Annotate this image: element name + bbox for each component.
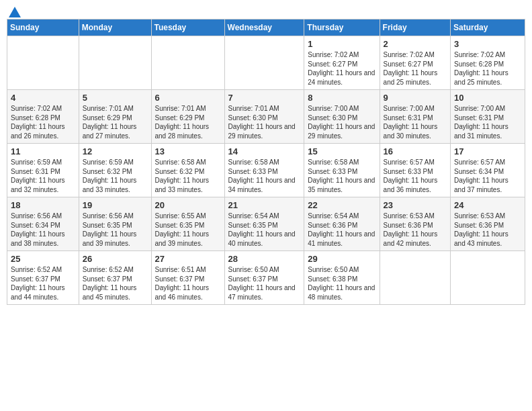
calendar-cell: 24Sunrise: 6:53 AMSunset: 6:36 PMDayligh… — [451, 197, 525, 251]
weekday-header-monday: Monday — [79, 19, 151, 36]
day-info: Sunrise: 6:57 AMSunset: 6:33 PMDaylight:… — [384, 158, 447, 194]
day-info: Sunrise: 6:59 AMSunset: 6:32 PMDaylight:… — [83, 158, 148, 194]
calendar-cell — [380, 251, 450, 305]
weekday-header-friday: Friday — [380, 19, 450, 36]
weekday-header-saturday: Saturday — [451, 19, 525, 36]
day-info: Sunrise: 7:00 AMSunset: 6:30 PMDaylight:… — [308, 104, 375, 140]
page-header — [7, 7, 525, 15]
day-number: 12 — [83, 146, 148, 156]
day-number: 20 — [155, 200, 221, 210]
calendar-cell: 19Sunrise: 6:56 AMSunset: 6:35 PMDayligh… — [79, 197, 151, 251]
calendar-cell — [79, 36, 151, 90]
calendar-cell — [451, 251, 525, 305]
weekday-header-sunday: Sunday — [7, 19, 79, 36]
calendar-cell: 11Sunrise: 6:59 AMSunset: 6:31 PMDayligh… — [7, 144, 79, 197]
calendar-week-1: 1Sunrise: 7:02 AMSunset: 6:27 PMDaylight… — [7, 36, 525, 90]
day-info: Sunrise: 7:02 AMSunset: 6:27 PMDaylight:… — [384, 50, 447, 87]
day-number: 4 — [11, 93, 75, 103]
calendar-cell: 28Sunrise: 6:50 AMSunset: 6:37 PMDayligh… — [224, 251, 304, 305]
calendar-cell: 27Sunrise: 6:51 AMSunset: 6:37 PMDayligh… — [151, 251, 224, 305]
day-number: 25 — [11, 254, 75, 264]
day-info: Sunrise: 6:56 AMSunset: 6:35 PMDaylight:… — [83, 212, 148, 248]
day-number: 9 — [384, 93, 447, 103]
day-number: 2 — [384, 39, 447, 49]
calendar-cell: 2Sunrise: 7:02 AMSunset: 6:27 PMDaylight… — [380, 36, 450, 90]
day-number: 22 — [308, 200, 375, 210]
day-info: Sunrise: 7:02 AMSunset: 6:28 PMDaylight:… — [11, 104, 75, 140]
day-info: Sunrise: 6:55 AMSunset: 6:35 PMDaylight:… — [155, 212, 221, 248]
calendar-cell: 1Sunrise: 7:02 AMSunset: 6:27 PMDaylight… — [304, 36, 380, 90]
day-info: Sunrise: 6:58 AMSunset: 6:33 PMDaylight:… — [308, 158, 375, 194]
day-number: 17 — [454, 146, 521, 156]
day-number: 13 — [155, 146, 221, 156]
weekday-header-tuesday: Tuesday — [151, 19, 224, 36]
day-info: Sunrise: 6:58 AMSunset: 6:33 PMDaylight:… — [228, 158, 301, 194]
day-info: Sunrise: 6:50 AMSunset: 6:38 PMDaylight:… — [308, 265, 375, 302]
calendar-cell: 9Sunrise: 7:00 AMSunset: 6:31 PMDaylight… — [380, 90, 450, 144]
calendar-week-5: 25Sunrise: 6:52 AMSunset: 6:37 PMDayligh… — [7, 251, 525, 305]
day-number: 28 — [228, 254, 301, 264]
day-info: Sunrise: 6:50 AMSunset: 6:37 PMDaylight:… — [228, 265, 301, 302]
day-number: 8 — [308, 93, 375, 103]
day-info: Sunrise: 6:56 AMSunset: 6:34 PMDaylight:… — [11, 212, 75, 248]
day-info: Sunrise: 6:54 AMSunset: 6:35 PMDaylight:… — [228, 212, 301, 248]
day-number: 18 — [11, 200, 75, 210]
day-info: Sunrise: 6:58 AMSunset: 6:32 PMDaylight:… — [155, 158, 221, 194]
calendar-cell: 29Sunrise: 6:50 AMSunset: 6:38 PMDayligh… — [304, 251, 380, 305]
day-number: 29 — [308, 254, 375, 264]
day-info: Sunrise: 7:00 AMSunset: 6:31 PMDaylight:… — [454, 104, 521, 140]
calendar-cell: 20Sunrise: 6:55 AMSunset: 6:35 PMDayligh… — [151, 197, 224, 251]
day-number: 26 — [83, 254, 148, 264]
calendar-cell: 7Sunrise: 7:01 AMSunset: 6:30 PMDaylight… — [224, 90, 304, 144]
calendar-cell: 13Sunrise: 6:58 AMSunset: 6:32 PMDayligh… — [151, 144, 224, 197]
day-number: 23 — [384, 200, 447, 210]
calendar-cell: 10Sunrise: 7:00 AMSunset: 6:31 PMDayligh… — [451, 90, 525, 144]
day-info: Sunrise: 7:00 AMSunset: 6:31 PMDaylight:… — [384, 104, 447, 140]
calendar-cell: 25Sunrise: 6:52 AMSunset: 6:37 PMDayligh… — [7, 251, 79, 305]
calendar-cell — [151, 36, 224, 90]
calendar-cell: 4Sunrise: 7:02 AMSunset: 6:28 PMDaylight… — [7, 90, 79, 144]
day-info: Sunrise: 6:52 AMSunset: 6:37 PMDaylight:… — [83, 265, 148, 302]
day-number: 19 — [83, 200, 148, 210]
day-number: 11 — [11, 146, 75, 156]
calendar-cell: 26Sunrise: 6:52 AMSunset: 6:37 PMDayligh… — [79, 251, 151, 305]
weekday-header-wednesday: Wednesday — [224, 19, 304, 36]
day-info: Sunrise: 6:54 AMSunset: 6:36 PMDaylight:… — [308, 212, 375, 248]
day-number: 6 — [155, 93, 221, 103]
calendar-cell: 12Sunrise: 6:59 AMSunset: 6:32 PMDayligh… — [79, 144, 151, 197]
day-info: Sunrise: 6:53 AMSunset: 6:36 PMDaylight:… — [454, 212, 521, 248]
calendar-cell — [224, 36, 304, 90]
day-number: 24 — [454, 200, 521, 210]
day-number: 21 — [228, 200, 301, 210]
day-info: Sunrise: 7:01 AMSunset: 6:29 PMDaylight:… — [155, 104, 221, 140]
calendar-week-4: 18Sunrise: 6:56 AMSunset: 6:34 PMDayligh… — [7, 197, 525, 251]
day-info: Sunrise: 7:02 AMSunset: 6:28 PMDaylight:… — [454, 50, 521, 87]
day-info: Sunrise: 6:59 AMSunset: 6:31 PMDaylight:… — [11, 158, 75, 194]
calendar-cell: 3Sunrise: 7:02 AMSunset: 6:28 PMDaylight… — [451, 36, 525, 90]
day-info: Sunrise: 6:53 AMSunset: 6:36 PMDaylight:… — [384, 212, 447, 248]
calendar-cell: 5Sunrise: 7:01 AMSunset: 6:29 PMDaylight… — [79, 90, 151, 144]
calendar-cell: 16Sunrise: 6:57 AMSunset: 6:33 PMDayligh… — [380, 144, 450, 197]
calendar-cell: 17Sunrise: 6:57 AMSunset: 6:34 PMDayligh… — [451, 144, 525, 197]
day-number: 10 — [454, 93, 521, 103]
day-number: 27 — [155, 254, 221, 264]
day-info: Sunrise: 7:01 AMSunset: 6:30 PMDaylight:… — [228, 104, 301, 140]
calendar-week-2: 4Sunrise: 7:02 AMSunset: 6:28 PMDaylight… — [7, 90, 525, 144]
day-number: 14 — [228, 146, 301, 156]
calendar-cell: 23Sunrise: 6:53 AMSunset: 6:36 PMDayligh… — [380, 197, 450, 251]
weekday-header-thursday: Thursday — [304, 19, 380, 36]
day-info: Sunrise: 7:02 AMSunset: 6:27 PMDaylight:… — [308, 50, 375, 87]
logo — [7, 7, 21, 15]
calendar-cell: 14Sunrise: 6:58 AMSunset: 6:33 PMDayligh… — [224, 144, 304, 197]
calendar-week-3: 11Sunrise: 6:59 AMSunset: 6:31 PMDayligh… — [7, 144, 525, 197]
calendar-cell: 22Sunrise: 6:54 AMSunset: 6:36 PMDayligh… — [304, 197, 380, 251]
calendar-cell: 21Sunrise: 6:54 AMSunset: 6:35 PMDayligh… — [224, 197, 304, 251]
day-number: 7 — [228, 93, 301, 103]
calendar-cell: 15Sunrise: 6:58 AMSunset: 6:33 PMDayligh… — [304, 144, 380, 197]
day-number: 3 — [454, 39, 521, 49]
calendar-cell: 8Sunrise: 7:00 AMSunset: 6:30 PMDaylight… — [304, 90, 380, 144]
day-info: Sunrise: 6:51 AMSunset: 6:37 PMDaylight:… — [155, 265, 221, 302]
day-info: Sunrise: 6:52 AMSunset: 6:37 PMDaylight:… — [11, 265, 75, 302]
day-info: Sunrise: 7:01 AMSunset: 6:29 PMDaylight:… — [83, 104, 148, 140]
day-info: Sunrise: 6:57 AMSunset: 6:34 PMDaylight:… — [454, 158, 521, 194]
